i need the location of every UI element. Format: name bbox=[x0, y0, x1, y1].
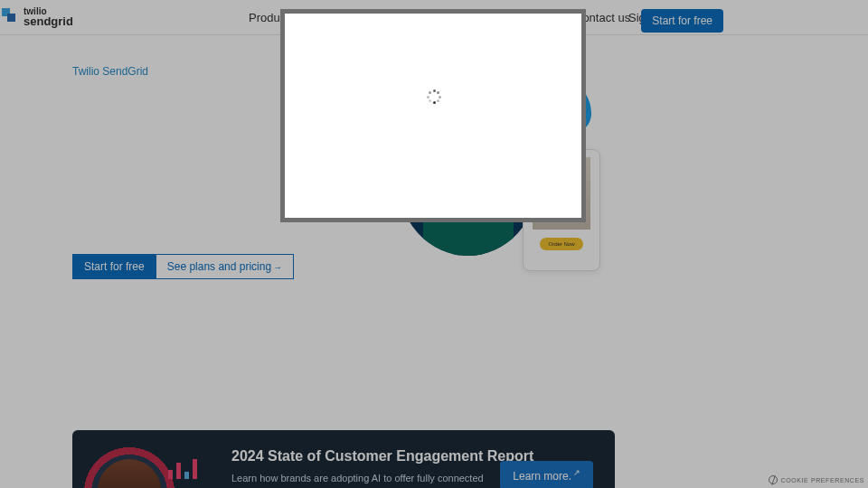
loading-spinner-icon bbox=[427, 89, 441, 104]
loading-modal bbox=[285, 14, 581, 218]
